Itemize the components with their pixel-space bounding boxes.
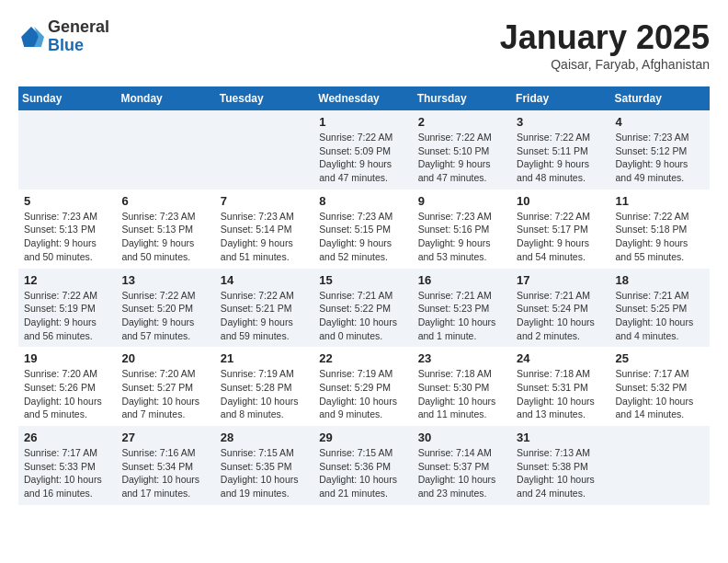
day-info: Sunrise: 7:20 AM Sunset: 5:26 PM Dayligh… <box>24 367 112 421</box>
calendar-week-row: 12Sunrise: 7:22 AM Sunset: 5:19 PM Dayli… <box>18 269 710 348</box>
day-info: Sunrise: 7:22 AM Sunset: 5:17 PM Dayligh… <box>517 210 606 264</box>
day-number: 21 <box>221 351 310 365</box>
calendar-cell: 30Sunrise: 7:14 AM Sunset: 5:37 PM Dayli… <box>414 426 512 505</box>
day-number: 27 <box>121 431 210 444</box>
day-info: Sunrise: 7:15 AM Sunset: 5:35 PM Dayligh… <box>221 446 310 500</box>
day-info: Sunrise: 7:23 AM Sunset: 5:13 PM Dayligh… <box>24 210 112 264</box>
calendar-cell: 14Sunrise: 7:22 AM Sunset: 5:21 PM Dayli… <box>216 269 314 348</box>
day-info: Sunrise: 7:17 AM Sunset: 5:33 PM Dayligh… <box>24 446 112 500</box>
weekday-header-row: SundayMondayTuesdayWednesdayThursdayFrid… <box>18 86 710 110</box>
calendar-cell: 18Sunrise: 7:21 AM Sunset: 5:25 PM Dayli… <box>611 269 710 348</box>
calendar-week-row: 1Sunrise: 7:22 AM Sunset: 5:09 PM Daylig… <box>18 110 710 190</box>
day-number: 20 <box>121 351 210 365</box>
day-info: Sunrise: 7:17 AM Sunset: 5:32 PM Dayligh… <box>616 367 705 421</box>
calendar-cell: 3Sunrise: 7:22 AM Sunset: 5:11 PM Daylig… <box>512 110 610 190</box>
calendar-cell: 16Sunrise: 7:21 AM Sunset: 5:23 PM Dayli… <box>414 269 512 348</box>
day-info: Sunrise: 7:22 AM Sunset: 5:20 PM Dayligh… <box>121 289 210 343</box>
day-number: 28 <box>221 431 310 444</box>
day-info: Sunrise: 7:21 AM Sunset: 5:24 PM Dayligh… <box>517 289 606 343</box>
day-info: Sunrise: 7:23 AM Sunset: 5:13 PM Dayligh… <box>121 210 210 264</box>
title-block: January 2025 Qaisar, Faryab, Afghanistan <box>500 18 710 72</box>
day-info: Sunrise: 7:18 AM Sunset: 5:30 PM Dayligh… <box>418 367 507 421</box>
day-info: Sunrise: 7:20 AM Sunset: 5:27 PM Dayligh… <box>121 367 210 421</box>
calendar-cell: 8Sunrise: 7:23 AM Sunset: 5:15 PM Daylig… <box>314 190 413 269</box>
day-info: Sunrise: 7:21 AM Sunset: 5:25 PM Dayligh… <box>616 289 705 343</box>
day-number: 8 <box>319 194 408 208</box>
day-number: 4 <box>616 115 705 129</box>
day-info: Sunrise: 7:22 AM Sunset: 5:09 PM Dayligh… <box>319 131 408 185</box>
day-number: 23 <box>418 351 507 365</box>
day-info: Sunrise: 7:23 AM Sunset: 5:15 PM Dayligh… <box>319 210 408 264</box>
day-number: 25 <box>616 351 705 365</box>
day-number: 29 <box>319 431 408 444</box>
calendar-cell: 9Sunrise: 7:23 AM Sunset: 5:16 PM Daylig… <box>414 190 512 269</box>
day-number: 9 <box>418 194 507 208</box>
day-info: Sunrise: 7:22 AM Sunset: 5:19 PM Dayligh… <box>24 289 112 343</box>
day-info: Sunrise: 7:21 AM Sunset: 5:23 PM Dayligh… <box>418 289 507 343</box>
calendar-cell: 23Sunrise: 7:18 AM Sunset: 5:30 PM Dayli… <box>414 347 512 426</box>
day-number: 11 <box>616 194 705 208</box>
day-number: 24 <box>517 351 606 365</box>
calendar-cell: 1Sunrise: 7:22 AM Sunset: 5:09 PM Daylig… <box>314 110 413 190</box>
calendar-cell: 17Sunrise: 7:21 AM Sunset: 5:24 PM Dayli… <box>512 269 610 348</box>
logo-icon <box>18 24 44 50</box>
calendar-week-row: 19Sunrise: 7:20 AM Sunset: 5:26 PM Dayli… <box>18 347 710 426</box>
day-info: Sunrise: 7:22 AM Sunset: 5:10 PM Dayligh… <box>418 131 507 185</box>
calendar-cell: 12Sunrise: 7:22 AM Sunset: 5:19 PM Dayli… <box>18 269 117 348</box>
day-info: Sunrise: 7:22 AM Sunset: 5:18 PM Dayligh… <box>616 210 705 264</box>
day-number: 5 <box>24 194 112 208</box>
weekday-header-saturday: Saturday <box>611 86 710 110</box>
day-number: 2 <box>418 115 507 129</box>
day-info: Sunrise: 7:23 AM Sunset: 5:16 PM Dayligh… <box>418 210 507 264</box>
location-subtitle: Qaisar, Faryab, Afghanistan <box>500 57 710 72</box>
calendar-cell <box>18 110 117 190</box>
day-info: Sunrise: 7:15 AM Sunset: 5:36 PM Dayligh… <box>319 446 408 500</box>
day-info: Sunrise: 7:22 AM Sunset: 5:11 PM Dayligh… <box>517 131 606 185</box>
day-info: Sunrise: 7:19 AM Sunset: 5:28 PM Dayligh… <box>221 367 310 421</box>
calendar-cell <box>611 426 710 505</box>
day-number: 30 <box>418 431 507 444</box>
day-info: Sunrise: 7:22 AM Sunset: 5:21 PM Dayligh… <box>221 289 310 343</box>
day-info: Sunrise: 7:23 AM Sunset: 5:12 PM Dayligh… <box>616 131 705 185</box>
calendar-cell: 29Sunrise: 7:15 AM Sunset: 5:36 PM Dayli… <box>314 426 413 505</box>
day-info: Sunrise: 7:18 AM Sunset: 5:31 PM Dayligh… <box>517 367 606 421</box>
day-number: 22 <box>319 351 408 365</box>
calendar-cell <box>216 110 314 190</box>
calendar-cell: 11Sunrise: 7:22 AM Sunset: 5:18 PM Dayli… <box>611 190 710 269</box>
day-number: 13 <box>121 273 210 287</box>
day-number: 12 <box>24 273 112 287</box>
logo-text: General Blue <box>48 18 109 55</box>
day-info: Sunrise: 7:21 AM Sunset: 5:22 PM Dayligh… <box>319 289 408 343</box>
calendar-cell: 22Sunrise: 7:19 AM Sunset: 5:29 PM Dayli… <box>314 347 413 426</box>
day-number: 1 <box>319 115 408 129</box>
weekday-header-sunday: Sunday <box>18 86 117 110</box>
day-number: 14 <box>221 273 310 287</box>
calendar-cell: 19Sunrise: 7:20 AM Sunset: 5:26 PM Dayli… <box>18 347 117 426</box>
calendar-cell: 21Sunrise: 7:19 AM Sunset: 5:28 PM Dayli… <box>216 347 314 426</box>
day-number: 3 <box>517 115 606 129</box>
calendar-cell: 7Sunrise: 7:23 AM Sunset: 5:14 PM Daylig… <box>216 190 314 269</box>
weekday-header-tuesday: Tuesday <box>216 86 314 110</box>
weekday-header-thursday: Thursday <box>414 86 512 110</box>
calendar-cell <box>117 110 215 190</box>
day-number: 17 <box>517 273 606 287</box>
calendar-cell: 5Sunrise: 7:23 AM Sunset: 5:13 PM Daylig… <box>18 190 117 269</box>
calendar-week-row: 5Sunrise: 7:23 AM Sunset: 5:13 PM Daylig… <box>18 190 710 269</box>
calendar-cell: 28Sunrise: 7:15 AM Sunset: 5:35 PM Dayli… <box>216 426 314 505</box>
logo: General Blue <box>18 18 109 55</box>
day-number: 19 <box>24 351 112 365</box>
day-info: Sunrise: 7:16 AM Sunset: 5:34 PM Dayligh… <box>121 446 210 500</box>
day-info: Sunrise: 7:13 AM Sunset: 5:38 PM Dayligh… <box>517 446 606 500</box>
calendar-table: SundayMondayTuesdayWednesdayThursdayFrid… <box>18 86 710 505</box>
day-number: 18 <box>616 273 705 287</box>
calendar-week-row: 26Sunrise: 7:17 AM Sunset: 5:33 PM Dayli… <box>18 426 710 505</box>
day-number: 31 <box>517 431 606 444</box>
calendar-cell: 10Sunrise: 7:22 AM Sunset: 5:17 PM Dayli… <box>512 190 610 269</box>
calendar-cell: 6Sunrise: 7:23 AM Sunset: 5:13 PM Daylig… <box>117 190 215 269</box>
calendar-cell: 13Sunrise: 7:22 AM Sunset: 5:20 PM Dayli… <box>117 269 215 348</box>
day-number: 15 <box>319 273 408 287</box>
day-number: 7 <box>221 194 310 208</box>
day-info: Sunrise: 7:23 AM Sunset: 5:14 PM Dayligh… <box>221 210 310 264</box>
weekday-header-monday: Monday <box>117 86 215 110</box>
page-header: General Blue January 2025 Qaisar, Faryab… <box>18 18 710 72</box>
